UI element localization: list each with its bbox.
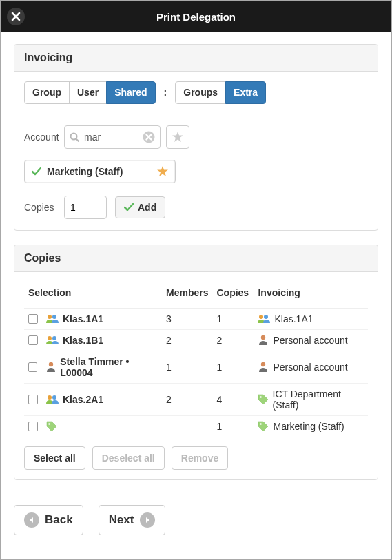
row-invoicing: ICT Department (Staff) [273,388,364,411]
copies-input[interactable] [64,196,107,219]
invoicing-tab-row: Group User Shared : Groups Extra [24,81,368,114]
copies-label: Copies [24,202,64,213]
person-icon [45,362,56,373]
row-name: Klas.2A1 [63,394,103,405]
person-icon [258,362,269,373]
chip-label: Marketing (Staff) [47,166,123,177]
group-icon [46,394,59,405]
row-copies: 4 [212,383,254,415]
row-members: 2 [162,383,212,415]
tag-icon [258,394,268,405]
copies-panel: Copies Selection Members Copies Invoicin… [14,245,378,480]
row-checkbox[interactable] [28,314,38,324]
back-label: Back [45,513,73,527]
group-icon [46,313,59,324]
invoicing-panel: Invoicing Group User Shared : Groups Ext… [14,44,378,231]
add-button[interactable]: Add [115,196,165,218]
tab-separator: : [156,87,176,98]
copies-heading: Copies [14,245,378,272]
star-icon [172,132,183,143]
group-icon [258,313,270,324]
next-button[interactable]: Next [99,505,165,535]
tab-group[interactable]: Group [24,81,70,104]
row-members: 3 [162,308,212,329]
tab-shared[interactable]: Shared [106,81,155,104]
person-icon [258,335,269,346]
back-button[interactable]: Back [14,505,83,535]
row-invoicing: Marketing (Staff) [273,421,344,432]
row-name: Klas.1A1 [63,313,103,324]
clear-search-icon[interactable] [143,131,155,143]
dialog-header: Print Delegation [1,1,391,32]
row-copies: 2 [212,329,254,351]
table-row: Klas.1B122Personal account [24,329,368,351]
copies-table: Selection Members Copies Invoicing Klas.… [24,282,368,437]
col-copies: Copies [212,282,254,309]
tab-user[interactable]: User [69,81,107,104]
table-row: Stella Timmer • L0000411Personal account [24,351,368,383]
tag-icon [258,421,269,432]
row-checkbox[interactable] [28,335,38,345]
close-icon [11,12,21,21]
remove-button[interactable]: Remove [172,446,228,470]
invoicing-heading: Invoicing [14,45,378,72]
search-icon [70,132,79,142]
col-members: Members [162,282,212,309]
row-invoicing: Klas.1A1 [274,313,313,324]
row-name: Klas.1B1 [63,335,103,346]
row-checkbox[interactable] [28,395,38,404]
group-icon [46,335,59,346]
select-all-button[interactable]: Select all [24,446,85,470]
deselect-all-button[interactable]: Deselect all [92,446,165,470]
row-name: Stella Timmer • L00004 [60,356,158,378]
row-copies: 1 [212,351,254,383]
favorite-button[interactable] [166,125,189,149]
row-invoicing: Personal account [273,362,347,373]
table-row: Klas.2A124ICT Department (Staff) [24,383,368,415]
row-members: 2 [162,329,212,351]
next-arrow-icon [140,512,155,528]
back-arrow-icon [24,512,39,528]
row-checkbox[interactable] [28,422,38,431]
col-invoicing: Invoicing [254,282,368,309]
selected-account-chip[interactable]: Marketing (Staff) [24,160,176,183]
account-label: Account [24,132,64,143]
add-button-label: Add [138,202,156,213]
tag-icon [46,421,57,432]
row-checkbox[interactable] [28,362,37,372]
next-label: Next [109,513,134,527]
row-members: 1 [162,351,212,383]
col-selection: Selection [24,282,162,309]
table-row: 1Marketing (Staff) [24,415,368,437]
dialog-title: Print Delegation [156,11,236,23]
row-members [162,415,212,437]
row-copies: 1 [212,415,254,437]
tab-groups[interactable]: Groups [175,81,226,104]
check-icon [32,167,41,176]
close-button[interactable] [7,8,25,25]
table-row: Klas.1A131Klas.1A1 [24,308,368,329]
check-icon [124,203,134,212]
row-invoicing: Personal account [273,335,347,346]
star-icon [157,166,168,177]
row-copies: 1 [212,308,254,329]
tab-extra[interactable]: Extra [225,81,266,104]
